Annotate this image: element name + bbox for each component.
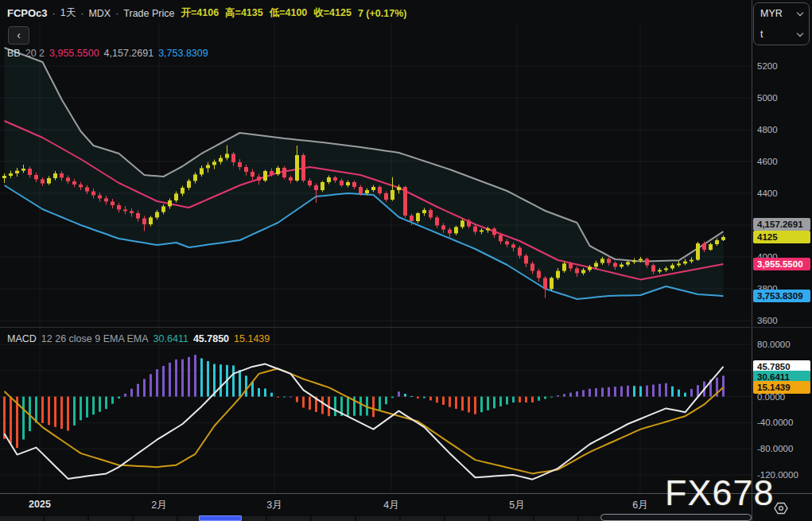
bb-indicator-legend[interactable]: BB 20 2 3,955.5500 4,157.2691 3,753.8309 [7, 48, 208, 59]
symbol-name[interactable]: FCPOc3 [7, 7, 48, 19]
separator-dot: · [52, 8, 56, 19]
low-value: 低=4100 [270, 6, 308, 20]
bottom-scroll-active-segment[interactable] [199, 515, 242, 521]
currency-select[interactable]: MYR [754, 3, 809, 24]
chevron-left-icon: ‹ [17, 29, 21, 41]
macd-tick-label: -80.0000 [757, 443, 793, 454]
unit-select[interactable]: t [754, 24, 809, 45]
price-tick-label: 4800 [757, 124, 778, 135]
month-label: 4月 [383, 499, 398, 512]
macd-axis-badge: 15.1439 [753, 381, 810, 394]
change-value: 7 (+0.17%) [358, 8, 407, 19]
price-axis-badge: 3,955.5500 [753, 258, 810, 270]
macd-tick-label: 80.0000 [757, 339, 791, 350]
macd-name: MACD [7, 333, 37, 344]
price-axis-badge: 4,157.2691 [753, 218, 810, 231]
macd-hist-value: 30.6411 [153, 333, 188, 344]
axis-unit-selector-box: MYR t [753, 2, 810, 45]
unit-value: t [760, 29, 763, 40]
symbol-legend: FCPOc3 · 1天 · MDX · Trade Price 开=4106 高… [7, 6, 406, 20]
bottom-scroll-thumb[interactable] [600, 514, 752, 521]
chevron-down-icon [797, 10, 803, 16]
price-tick-label: 4600 [757, 156, 778, 167]
price-tick-label: 3600 [757, 315, 778, 326]
separator-dot: · [115, 8, 118, 19]
month-label: 6月 [632, 499, 647, 512]
bb-upper-value: 4,157.2691 [104, 48, 154, 59]
high-value: 高=4135 [225, 6, 263, 20]
price-axis-badge: 4125 [753, 231, 810, 243]
exchange-label: MDX [88, 8, 111, 19]
interval-label[interactable]: 1天 [60, 6, 76, 20]
macd-indicator-legend[interactable]: MACD 12 26 close 9 EMA EMA 30.6411 45.78… [7, 333, 270, 344]
price-axis[interactable]: 52005000480046004400420040003800360080.0… [752, 0, 812, 493]
open-value: 开=4106 [181, 6, 219, 20]
macd-params: 12 26 close 9 EMA EMA [41, 333, 149, 344]
macd-signal-value: 15.1439 [234, 333, 270, 344]
close-value: 收=4125 [313, 6, 352, 20]
fx678-watermark: FX678 [665, 472, 775, 514]
price-macd-chart-canvas[interactable] [0, 0, 752, 493]
pane-divider[interactable] [0, 327, 812, 328]
macd-tick-label: -40.0000 [757, 417, 793, 428]
axis-settings-icon[interactable] [773, 500, 789, 519]
series-type-label: Trade Price [123, 8, 174, 19]
chevron-down-icon [797, 30, 803, 37]
price-tick-label: 4400 [757, 188, 778, 199]
month-label: 2025 [29, 499, 51, 510]
trading-chart-app: FCPOc3 · 1天 · MDX · Trade Price 开=4106 高… [0, 0, 812, 521]
back-button[interactable]: ‹ [8, 26, 29, 45]
separator-dot: · [80, 8, 84, 19]
price-tick-label: 5200 [757, 60, 778, 72]
price-tick-label: 5000 [757, 92, 778, 103]
price-axis-badge: 3,753.8309 [753, 290, 810, 302]
month-label: 2月 [151, 499, 166, 512]
bb-name: BB [7, 48, 21, 59]
month-label: 5月 [509, 499, 524, 512]
bb-lower-value: 3,753.8309 [158, 48, 208, 59]
bb-basis-value: 3,955.5500 [49, 48, 99, 59]
macd-line-value: 45.7850 [193, 333, 229, 344]
month-label: 3月 [266, 499, 282, 512]
currency-value: MYR [760, 8, 783, 19]
bb-params: 20 2 [25, 48, 45, 59]
